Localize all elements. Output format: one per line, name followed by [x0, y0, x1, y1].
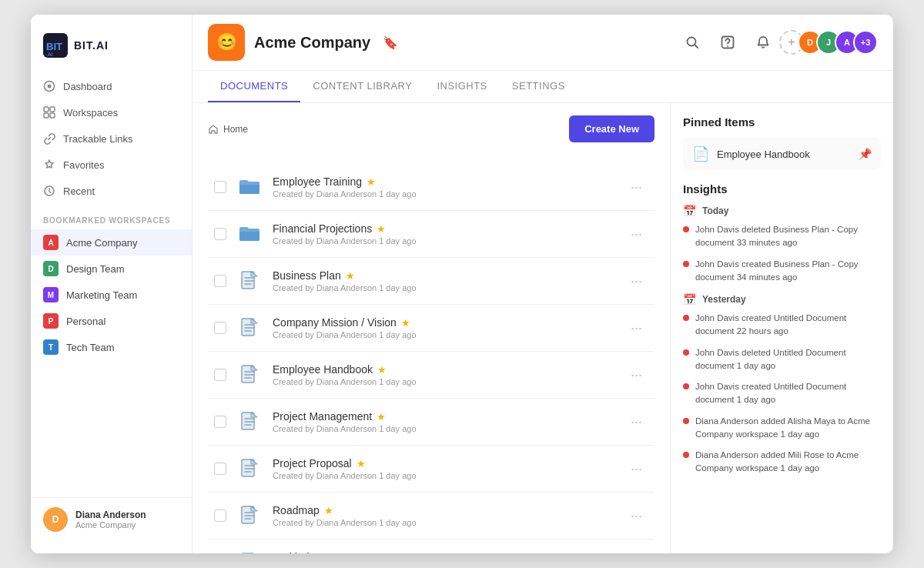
document-item: Untitled Document ★ Created by Diana And…: [208, 540, 654, 553]
more-options-button[interactable]: ···: [624, 270, 648, 292]
pin-remove-button[interactable]: 📌: [859, 148, 872, 160]
breadcrumb: Home: [208, 124, 248, 135]
workspace-badge-acme: A: [43, 235, 59, 250]
file-icon: [238, 269, 261, 292]
doc-icon: [236, 549, 263, 553]
search-button[interactable]: [679, 29, 705, 55]
breadcrumb-home[interactable]: Home: [223, 124, 248, 135]
bookmark-icon[interactable]: 🔖: [383, 35, 398, 50]
star-icon[interactable]: ★: [367, 176, 376, 188]
more-options-button[interactable]: ···: [624, 411, 648, 433]
avatars-group: + D J A +3: [785, 30, 878, 55]
star-icon[interactable]: ★: [324, 505, 333, 516]
logo: BIT .AI BIT.AI: [31, 27, 192, 73]
workspace-badge-personal: P: [43, 313, 59, 329]
doc-name: Project Management ★: [273, 410, 615, 423]
notifications-button[interactable]: [750, 29, 776, 55]
sidebar-item-dashboard[interactable]: Dashboard: [31, 73, 192, 99]
insights-section: 📅 Today John Davis deleted Business Plan…: [683, 205, 881, 284]
doc-checkbox[interactable]: [214, 369, 226, 381]
star-icon[interactable]: ★: [377, 364, 387, 376]
more-options-button[interactable]: ···: [624, 505, 648, 527]
doc-checkbox[interactable]: [214, 275, 226, 287]
insight-text: Diana Anderson added Alisha Maya to Acme…: [695, 415, 881, 442]
star-icon[interactable]: ★: [377, 411, 386, 423]
star-icon[interactable]: ★: [357, 458, 366, 469]
pinned-item-name[interactable]: Employee Handbook: [717, 149, 851, 160]
user-name: Diana Anderson: [75, 510, 146, 520]
star-icon[interactable]: ★: [377, 223, 386, 235]
workspace-tech[interactable]: T Tech Team: [31, 334, 192, 360]
sidebar: BIT .AI BIT.AI Dashboard Workspaces: [31, 15, 192, 553]
star-icon[interactable]: ★: [366, 552, 375, 554]
insight-text: John Davis deleted Business Plan - Copy …: [695, 223, 881, 250]
folder-icon: [236, 221, 263, 247]
pinned-title: Pinned Items: [683, 115, 881, 129]
workspace-badge-design: D: [43, 261, 59, 276]
favorites-icon: [43, 159, 55, 171]
tab-content-library[interactable]: CONTENT LIBRARY: [300, 71, 424, 102]
doc-checkbox[interactable]: [214, 463, 226, 475]
more-options-button[interactable]: ···: [624, 364, 648, 386]
dashboard-label: Dashboard: [63, 81, 112, 92]
doc-checkbox[interactable]: [214, 322, 226, 334]
insight-entry: John Davis deleted Untitled Document doc…: [683, 346, 881, 373]
insight-dot: [683, 349, 689, 356]
file-icon: [238, 457, 261, 480]
document-item: Roadmap ★ Created by Diana Anderson 1 da…: [208, 493, 654, 540]
insight-text: John Davis deleted Untitled Document doc…: [695, 346, 881, 373]
tab-documents[interactable]: DOCUMENTS: [208, 71, 300, 102]
document-item: Financial Projections ★ Created by Diana…: [208, 211, 654, 258]
trackable-links-icon: [43, 132, 55, 145]
workspace-name-marketing: Marketing Team: [66, 289, 137, 301]
doc-icon: [236, 502, 263, 530]
tab-settings[interactable]: SETTINGS: [500, 71, 578, 102]
insight-entry: Diana Anderson added Alisha Maya to Acme…: [683, 415, 881, 442]
workspace-name-tech: Tech Team: [66, 342, 115, 353]
file-icon: [238, 363, 261, 386]
more-options-button[interactable]: ···: [624, 176, 648, 199]
recent-label: Recent: [63, 185, 95, 197]
doc-checkbox[interactable]: [214, 510, 226, 522]
insight-text: Diana Anderson added Mili Rose to Acme C…: [695, 449, 881, 476]
workspace-acme[interactable]: A Acme Company: [31, 229, 192, 256]
sidebar-item-favorites[interactable]: Favorites: [31, 152, 192, 178]
workspace-design[interactable]: D Design Team: [31, 256, 192, 282]
logo-icon: BIT .AI: [43, 33, 68, 58]
sidebar-item-recent[interactable]: Recent: [31, 178, 192, 204]
trackable-links-label: Trackable Links: [63, 133, 133, 145]
more-options-button[interactable]: ···: [624, 223, 648, 246]
insight-dot: [683, 261, 689, 267]
main-content: 😊 Acme Company 🔖: [192, 15, 893, 553]
insight-text: John Davis created Untitled Document doc…: [695, 380, 881, 407]
more-options-button[interactable]: ···: [624, 458, 648, 480]
workspace-marketing[interactable]: M Marketing Team: [31, 282, 192, 308]
breadcrumb-row: Home Create New: [208, 115, 654, 155]
workspaces-label: Workspaces: [63, 107, 118, 119]
tab-insights[interactable]: INSIGHTS: [424, 71, 499, 102]
more-options-button[interactable]: ···: [624, 317, 648, 339]
workspace-icon: 😊: [208, 24, 245, 61]
doc-checkbox[interactable]: [214, 228, 226, 240]
star-icon[interactable]: ★: [346, 270, 355, 282]
help-button[interactable]: [715, 29, 741, 55]
svg-text:.AI: .AI: [46, 52, 53, 57]
doc-checkbox[interactable]: [214, 416, 226, 428]
sidebar-item-trackable-links[interactable]: Trackable Links: [31, 125, 192, 152]
sidebar-item-workspaces[interactable]: Workspaces: [31, 99, 192, 125]
star-icon[interactable]: ★: [401, 317, 410, 329]
insight-text: John Davis created Business Plan - Copy …: [695, 258, 881, 285]
create-new-button[interactable]: Create New: [569, 115, 654, 142]
avatar: D: [43, 507, 68, 532]
doc-icon: [236, 220, 263, 248]
doc-meta: Created by Diana Anderson 1 day ago: [273, 283, 615, 292]
workspace-badge-marketing: M: [43, 287, 59, 302]
extra-count[interactable]: +3: [853, 30, 878, 55]
more-options-button[interactable]: ···: [624, 552, 648, 554]
home-icon: [208, 124, 219, 135]
logo-text: BIT.AI: [74, 39, 109, 52]
workspace-personal[interactable]: P Personal: [31, 308, 192, 334]
bookmarked-workspaces-label: BOOKMARKED WORKSPACES: [31, 204, 192, 229]
doc-checkbox[interactable]: [214, 181, 226, 193]
workspace-name-acme: Acme Company: [66, 237, 137, 249]
